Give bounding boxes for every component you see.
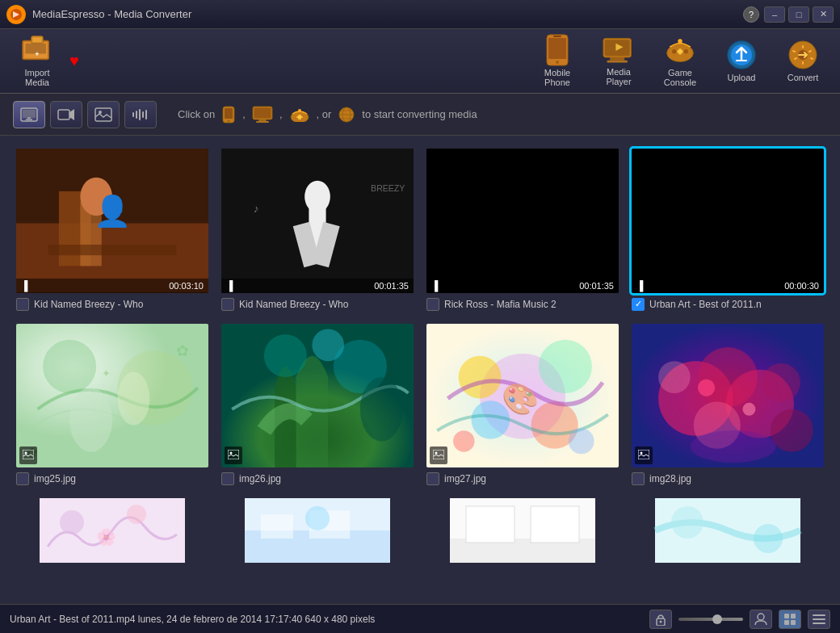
thumbnail-i1[interactable]: ✿ ✿ ✦ xyxy=(16,324,208,468)
svg-text:+: + xyxy=(36,51,40,58)
item-footer-i1: img25.jpg xyxy=(16,472,208,485)
zoom-slider-container[interactable] xyxy=(678,618,743,621)
mobile-phone-button[interactable]: Mobile Phone xyxy=(528,33,586,90)
image-type-badge-i1 xyxy=(19,446,37,464)
upload-button[interactable]: Upload xyxy=(712,33,771,90)
list-item xyxy=(426,498,619,563)
checkbox-i2[interactable] xyxy=(221,472,234,485)
svg-point-19 xyxy=(672,49,676,53)
convert-button[interactable]: Convert xyxy=(774,33,832,90)
filter-all-button[interactable] xyxy=(13,101,45,128)
svg-rect-15 xyxy=(610,57,624,61)
svg-point-107 xyxy=(743,402,756,415)
svg-rect-122 xyxy=(531,506,579,543)
filter-video-button[interactable] xyxy=(50,101,82,128)
svg-point-39 xyxy=(228,119,229,121)
game-console-button[interactable]: Game Console xyxy=(651,33,709,90)
svg-point-47 xyxy=(298,109,301,112)
toolbar: + Import Media ♥ Mobile Phone xyxy=(0,29,840,94)
item-footer-v2: Kid Named Breezy - Who xyxy=(221,298,414,311)
user-button[interactable] xyxy=(750,610,772,629)
svg-point-78 xyxy=(25,452,27,455)
svg-point-93 xyxy=(453,430,474,451)
thumbnail-i5[interactable]: 🌸 xyxy=(16,498,208,563)
thumbnail-i8[interactable] xyxy=(632,498,824,563)
zoom-slider[interactable] xyxy=(678,618,743,621)
svg-point-103 xyxy=(658,361,691,393)
thumbnail-i3[interactable]: 🎨 xyxy=(426,324,619,468)
svg-rect-30 xyxy=(23,110,36,118)
thumbnail-v4[interactable]: ▐ 00:00:30 xyxy=(632,149,824,293)
svg-point-104 xyxy=(771,409,813,451)
svg-rect-42 xyxy=(258,119,267,121)
media-player-label: Media Player xyxy=(593,67,645,86)
title-bar: MediaEspresso - Media Converter ? – □ ✕ xyxy=(0,0,840,29)
svg-point-72 xyxy=(69,388,112,451)
svg-rect-22 xyxy=(677,50,682,53)
video-thumb-v2: ♪ BREEZY xyxy=(221,149,414,293)
image-thumb-i1: ✿ ✿ ✦ xyxy=(16,324,208,468)
list-item: img28.jpg xyxy=(632,324,824,486)
svg-point-88 xyxy=(459,355,502,398)
list-item: img26.jpg xyxy=(221,324,414,486)
checkbox-i4[interactable] xyxy=(632,472,645,485)
svg-point-105 xyxy=(691,430,776,463)
minimize-button[interactable]: – xyxy=(764,6,785,23)
app-logo xyxy=(6,5,26,24)
list-item: 👤 ▐ 00:03:10 Kid Named Breezy - Who xyxy=(16,149,208,311)
svg-text:♪: ♪ xyxy=(254,203,259,215)
svg-text:✿: ✿ xyxy=(176,342,189,358)
filter-image-button[interactable] xyxy=(87,101,120,128)
lock-button[interactable] xyxy=(649,610,672,629)
item-name-v3: Rick Ross - Mafia Music 2 xyxy=(444,299,556,310)
filter-audio-button[interactable] xyxy=(124,101,157,128)
checkbox-v2[interactable] xyxy=(221,298,234,311)
svg-rect-108 xyxy=(638,450,649,459)
close-button[interactable]: ✕ xyxy=(813,6,834,23)
svg-point-23 xyxy=(678,39,682,43)
heart-icon: ♥ xyxy=(69,52,79,69)
maximize-button[interactable]: □ xyxy=(788,6,809,23)
zoom-thumb[interactable] xyxy=(712,614,722,624)
import-media-button[interactable]: + Import Media xyxy=(8,33,66,90)
app-title: MediaEspresso - Media Converter xyxy=(32,8,743,20)
list-view-button[interactable] xyxy=(808,610,830,629)
thumbnail-v1[interactable]: 👤 ▐ 00:03:10 xyxy=(16,149,208,293)
svg-point-20 xyxy=(684,49,688,53)
help-button[interactable]: ? xyxy=(743,6,759,23)
svg-rect-116 xyxy=(261,514,293,539)
thumbnail-i4[interactable] xyxy=(632,324,824,468)
thumbnail-i6[interactable] xyxy=(221,498,414,563)
media-player-button[interactable]: Media Player xyxy=(590,33,648,90)
svg-point-124 xyxy=(671,506,704,539)
hint-comma2: , xyxy=(279,108,283,120)
svg-rect-131 xyxy=(784,620,789,625)
thumbnail-v2[interactable]: ♪ BREEZY ▐ 00:01:35 xyxy=(221,149,414,293)
checkbox-v1[interactable] xyxy=(16,298,29,311)
list-item: ▐ 00:01:35 Rick Ross - Mafia Music 2 xyxy=(426,149,619,311)
item-name-i2: img26.jpg xyxy=(239,473,281,484)
svg-rect-7 xyxy=(33,37,42,41)
svg-point-96 xyxy=(435,452,438,455)
svg-point-70 xyxy=(43,339,96,392)
main-content[interactable]: 👤 ▐ 00:03:10 Kid Named Breezy - Who xyxy=(0,136,840,604)
grid-view-button[interactable] xyxy=(779,610,801,629)
thumbnail-i2[interactable] xyxy=(221,324,414,468)
checkbox-v3[interactable] xyxy=(426,298,439,311)
svg-rect-129 xyxy=(784,614,789,618)
list-item: 🎨 img27.jpg xyxy=(426,324,619,486)
svg-rect-38 xyxy=(225,108,233,119)
checkbox-i3[interactable] xyxy=(426,472,439,485)
checkbox-i1[interactable] xyxy=(16,472,29,485)
thumbnail-v3[interactable]: ▐ 00:01:35 xyxy=(426,149,619,293)
image-type-badge-i3 xyxy=(430,446,447,464)
svg-text:BREEZY: BREEZY xyxy=(371,183,405,193)
checkbox-v4[interactable]: ✓ xyxy=(632,298,645,311)
video-overlay-v4: ▐ 00:00:30 xyxy=(632,279,824,293)
game-console-label: Game Console xyxy=(654,68,706,87)
item-footer-v3: Rick Ross - Mafia Music 2 xyxy=(426,298,619,311)
item-footer-v1: Kid Named Breezy - Who xyxy=(16,298,208,311)
video-overlay-v3: ▐ 00:01:35 xyxy=(426,279,619,293)
thumbnail-i7[interactable] xyxy=(426,498,619,563)
item-footer-i2: img26.jpg xyxy=(221,472,414,485)
